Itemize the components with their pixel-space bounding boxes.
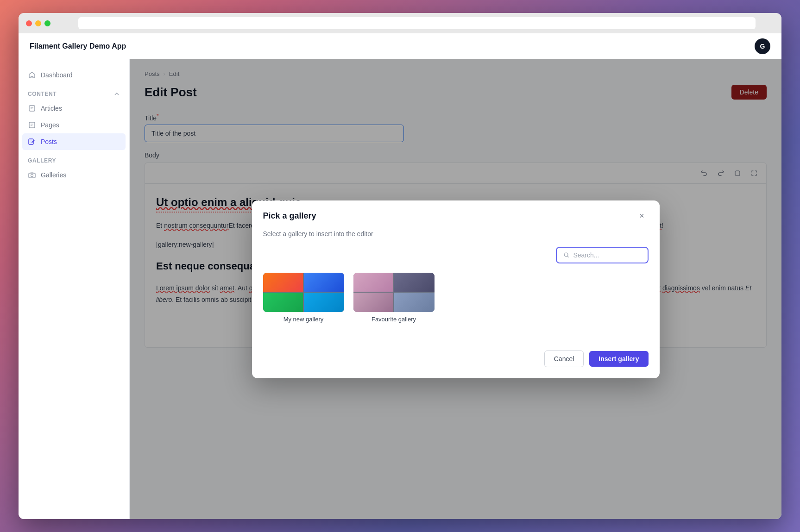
- home-icon: [28, 71, 36, 79]
- articles-icon: [28, 104, 36, 113]
- modal-backdrop: Pick a gallery × Select a gallery to ins…: [130, 59, 781, 519]
- svg-rect-3: [29, 173, 35, 178]
- galleries-label: Galleries: [41, 171, 66, 179]
- minimize-window-button[interactable]: [35, 20, 41, 26]
- svg-point-4: [31, 175, 33, 177]
- gallery-search-input[interactable]: [573, 251, 641, 259]
- pages-icon: [28, 121, 36, 129]
- gallery-name-2: Favourite gallery: [353, 316, 435, 323]
- cancel-button[interactable]: Cancel: [544, 350, 584, 367]
- sidebar-item-pages[interactable]: Pages: [19, 117, 129, 133]
- thumb-cell: [353, 273, 394, 292]
- thumb-cell: [263, 293, 303, 312]
- traffic-lights: [26, 20, 50, 26]
- modal-body: Select a gallery to insert into the edit…: [252, 230, 660, 343]
- posts-label: Posts: [41, 138, 57, 145]
- close-window-button[interactable]: [26, 20, 32, 26]
- modal-search-row: [263, 247, 649, 263]
- sidebar-item-dashboard[interactable]: Dashboard: [19, 67, 129, 83]
- chevron-up-icon: [113, 91, 120, 97]
- gallery-name-1: My new gallery: [263, 316, 344, 323]
- gallery-thumbnail-1: [263, 273, 344, 312]
- pages-label: Pages: [41, 121, 59, 129]
- url-bar[interactable]: [78, 17, 756, 29]
- modal-search-container: [556, 247, 649, 263]
- svg-rect-1: [29, 122, 35, 128]
- thumb-cell: [304, 293, 344, 312]
- articles-label: Articles: [41, 105, 62, 112]
- sidebar-item-galleries[interactable]: Galleries: [19, 167, 129, 183]
- maximize-window-button[interactable]: [44, 20, 50, 26]
- insert-gallery-button[interactable]: Insert gallery: [589, 351, 648, 367]
- camera-icon: [28, 171, 36, 179]
- modal-title: Pick a gallery: [263, 211, 316, 221]
- sidebar-dashboard-label: Dashboard: [41, 71, 73, 79]
- sidebar: Dashboard Content Articles: [19, 59, 130, 519]
- modal-footer: Cancel Insert gallery: [252, 343, 660, 378]
- modal-close-button[interactable]: ×: [636, 210, 649, 223]
- sidebar-content-section: Content: [19, 83, 129, 100]
- posts-icon: [28, 138, 36, 146]
- svg-rect-0: [29, 106, 35, 111]
- modal-subtitle: Select a gallery to insert into the edit…: [263, 230, 649, 238]
- main-content: Posts › Edit Edit Post Delete Title*: [130, 59, 781, 519]
- thumb-cell: [394, 293, 435, 312]
- browser-titlebar: [19, 13, 781, 33]
- gallery-grid: My new gallery Favourite gal: [263, 273, 649, 323]
- sidebar-gallery-section: Gallery: [19, 150, 129, 167]
- modal-header: Pick a gallery ×: [252, 200, 660, 230]
- pick-gallery-modal: Pick a gallery × Select a gallery to ins…: [252, 200, 660, 378]
- browser-window: Filament Gallery Demo App G Dashboard Co…: [19, 13, 781, 519]
- app-body: Dashboard Content Articles: [19, 59, 781, 519]
- thumb-cell: [353, 293, 394, 312]
- gallery-item-my-new-gallery[interactable]: My new gallery: [263, 273, 344, 323]
- gallery-item-favourite-gallery[interactable]: Favourite gallery: [353, 273, 435, 323]
- sidebar-item-posts[interactable]: Posts: [22, 133, 126, 150]
- thumb-cell: [263, 273, 303, 292]
- thumb-cell: [304, 273, 344, 292]
- app-header: Filament Gallery Demo App G: [19, 33, 781, 59]
- user-avatar[interactable]: G: [755, 38, 770, 54]
- thumb-cell: [394, 273, 435, 292]
- sidebar-item-articles[interactable]: Articles: [19, 100, 129, 117]
- search-icon: [563, 251, 570, 259]
- app-title: Filament Gallery Demo App: [30, 42, 126, 50]
- gallery-thumbnail-2: [353, 273, 435, 312]
